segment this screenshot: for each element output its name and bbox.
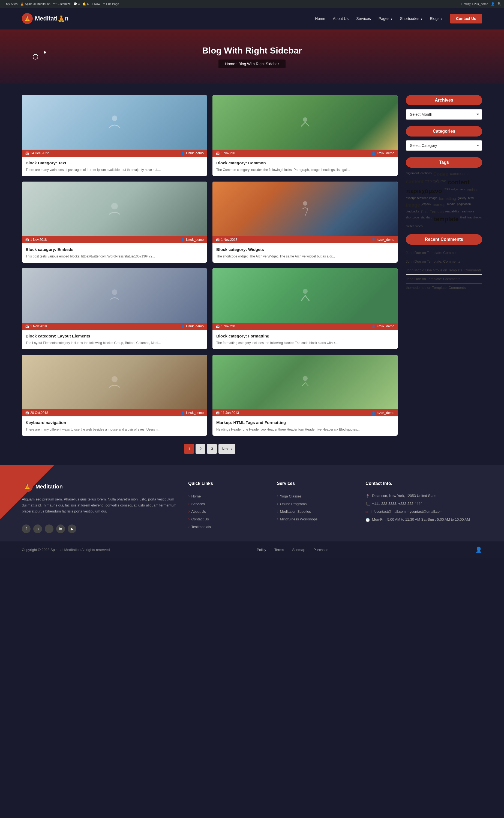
tag-jetpack[interactable]: jetpack — [422, 202, 431, 208]
tag-formatting[interactable]: formatting — [439, 196, 456, 201]
page-next[interactable]: Next › — [218, 444, 235, 454]
admin-edit-page[interactable]: ✏ Edit Page — [103, 2, 119, 6]
tag-featured-image[interactable]: featured image — [417, 196, 437, 201]
admin-updates[interactable]: 🔔 6 — [82, 2, 89, 6]
footer-purchase-link[interactable]: Purchase — [313, 548, 328, 552]
tag-captions[interactable]: captions — [421, 171, 432, 177]
tag-codex[interactable]: Codex — [433, 171, 448, 177]
social-pinterest[interactable]: p — [33, 524, 42, 533]
admin-new[interactable]: + New — [91, 2, 100, 5]
admin-customize[interactable]: ✏ Customize — [53, 2, 71, 6]
tag-image[interactable]: image — [406, 202, 420, 208]
nav-pages[interactable]: Pages ▾ — [379, 16, 392, 21]
footer-service-mindfulness[interactable]: Mindfulness Workshops — [277, 516, 355, 521]
footer-service-meditation[interactable]: Meditation Supplies — [277, 509, 355, 514]
page-2[interactable]: 2 — [196, 444, 205, 454]
tag-excerpt[interactable]: excerpt — [406, 196, 416, 201]
post-title[interactable]: Block category: Layout Elements — [26, 334, 203, 338]
nav-blogs[interactable]: Blogs ▾ — [430, 16, 442, 21]
tag-post-formats[interactable]: Post Formats — [421, 210, 444, 214]
social-facebook[interactable]: f — [22, 524, 31, 533]
footer-link-services[interactable]: Services — [188, 501, 266, 506]
admin-my-sites[interactable]: ⊞ My Sites — [3, 2, 17, 6]
social-youtube[interactable]: ▶ — [68, 524, 76, 533]
tag-html[interactable]: html — [468, 196, 474, 201]
post-meta-bar: 📅 1 Nov,2018 👤 luzuk_demo — [212, 236, 398, 243]
admin-search-icon[interactable]: 🔍 — [497, 2, 501, 6]
tag-content[interactable]: content — [406, 179, 424, 186]
nav-about[interactable]: About Us — [333, 16, 349, 21]
post-title[interactable]: Block Category: Text — [26, 160, 203, 165]
site-footer: 🧘 Meditation Aliquam sed pretium sem. Ph… — [0, 465, 504, 541]
footer-link-testimonials[interactable]: Testimonials — [188, 524, 266, 529]
tag-shortcode[interactable]: shortcode — [406, 216, 419, 223]
tag-readability[interactable]: readability — [445, 210, 459, 214]
tag-template[interactable]: template — [434, 216, 458, 223]
social-linkedin[interactable]: in — [56, 524, 65, 533]
archives-select[interactable]: Select Month — [406, 109, 482, 119]
tag-pagination[interactable]: pagination — [457, 202, 471, 208]
svg-point-3 — [303, 201, 307, 206]
tag-alignment[interactable]: alignment — [406, 171, 419, 177]
nav-shortcodes[interactable]: Shortcodes ▾ — [400, 16, 422, 21]
footer-content: 🧘 Meditation Aliquam sed pretium sem. Ph… — [22, 481, 482, 533]
footer-policy-link[interactable]: Policy — [257, 548, 266, 552]
archives-widget: Archives Select Month — [406, 95, 482, 119]
tag-css[interactable]: CSS — [443, 187, 450, 195]
tag-markup[interactable]: markup — [433, 202, 446, 208]
tag-embeds[interactable]: embeds — [467, 187, 481, 195]
contact-button[interactable]: Contact Us — [450, 14, 482, 23]
post-card: 📅 1 Nov,2018 👤 luzuk_demo Block category… — [212, 95, 398, 176]
tag-pingbacks[interactable]: pingbacks — [406, 210, 419, 214]
social-instagram[interactable]: i — [45, 524, 53, 533]
tag-trackbacks[interactable]: trackbacks — [467, 216, 482, 223]
post-title[interactable]: Keyboard navigation — [26, 420, 203, 425]
footer-link-about[interactable]: About Us — [188, 509, 266, 514]
admin-comments[interactable]: 💬 3 — [73, 2, 80, 6]
tag-video[interactable]: video — [415, 225, 422, 228]
post-title[interactable]: Block category: Common — [216, 160, 394, 165]
footer-brand-text: Aliquam sed pretium sem. Phasellus quis … — [22, 496, 177, 514]
breadcrumb-current: Blog With Right Sidebar — [238, 62, 279, 66]
footer-link-home[interactable]: Home — [188, 494, 266, 498]
tag-gallery[interactable]: gallery — [458, 196, 466, 201]
tag-twitter[interactable]: twitter — [406, 225, 414, 228]
tag-comments[interactable]: comments — [450, 171, 468, 177]
categories-select[interactable]: Select Category — [406, 140, 482, 151]
post-body: Block category: Formatting The formattin… — [212, 330, 398, 349]
admin-site-name[interactable]: 🧘 Spiritual Meditation — [20, 2, 50, 6]
footer-service-online[interactable]: Online Programs — [277, 501, 355, 506]
admin-avatar[interactable]: 👤 — [491, 2, 495, 6]
tag-tiled[interactable]: tiled — [460, 216, 466, 223]
tag-read-more[interactable]: read more — [461, 210, 474, 214]
post-excerpt: The shortcode widget: The Archive Widget… — [216, 254, 394, 259]
nav-home[interactable]: Home — [315, 16, 325, 21]
tag-content-xl[interactable]: content — [448, 179, 469, 186]
site-logo[interactable]: 🧘 Meditati🧘n — [22, 13, 69, 24]
post-excerpt: There are many different ways to use the… — [26, 427, 203, 432]
post-card: 📅 20 Oct,2018 👤 luzuk_demo Keyboard navi… — [22, 355, 207, 436]
footer-service-yoga[interactable]: Yoga Classes — [277, 494, 355, 498]
footer-terms-link[interactable]: Terms — [274, 548, 284, 552]
post-title[interactable]: Block category: Formatting — [216, 334, 394, 338]
tag-edge-case[interactable]: edge case — [451, 187, 465, 195]
post-title[interactable]: Block category: Embeds — [26, 247, 203, 252]
post-title[interactable]: Markup: HTML Tags and Formatting — [216, 420, 394, 425]
breadcrumb-home[interactable]: Home — [225, 62, 235, 66]
post-card: 📅 14 Dec,2022 👤 luzuk_demo Block Categor… — [22, 95, 207, 176]
page-3[interactable]: 3 — [207, 444, 217, 454]
contact-phone: 📞 +111-222-3333, +232-222-4444 — [365, 501, 482, 506]
tag-periexomeno[interactable]: περιεχόμενο — [425, 179, 446, 186]
page-banner: Blog With Right Sidebar Home : Blog With… — [0, 29, 504, 84]
post-body: Block category: Layout Elements The Layo… — [22, 330, 207, 349]
post-title[interactable]: Block category: Widgets — [216, 247, 394, 252]
post-meta-bar: 📅 20 Oct,2018 👤 luzuk_demo — [22, 409, 207, 416]
page-1[interactable]: 1 — [184, 444, 194, 454]
tag-media[interactable]: media — [447, 202, 455, 208]
tag-standard[interactable]: standard — [421, 216, 432, 223]
footer-link-contact[interactable]: Contact Us — [188, 516, 266, 521]
nav-services[interactable]: Services — [356, 16, 371, 21]
admin-bar: ⊞ My Sites 🧘 Spiritual Meditation ✏ Cust… — [0, 0, 504, 8]
tag-periexomeno-xl[interactable]: περιεχόμενο — [406, 187, 442, 195]
footer-sitemap-link[interactable]: Sitemap — [292, 548, 305, 552]
